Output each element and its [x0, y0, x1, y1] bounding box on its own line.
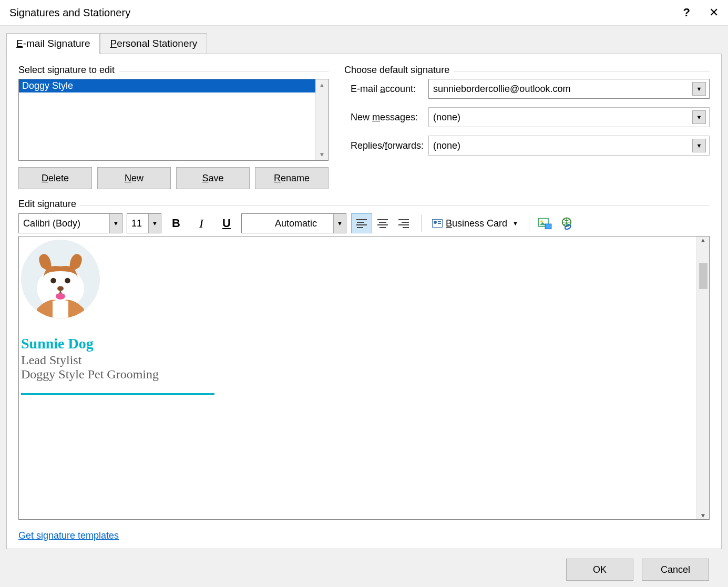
italic-button[interactable]: I: [191, 213, 212, 233]
underline-button[interactable]: U: [216, 213, 237, 233]
select-signature-group: Select signature to edit Doggy Style ▲ ▼: [18, 65, 329, 189]
upper-columns: Select signature to edit Doggy Style ▲ ▼: [18, 65, 710, 189]
business-card-icon: [432, 219, 443, 228]
divider: [119, 71, 329, 71]
edit-signature-label-row: Edit signature: [18, 199, 710, 210]
editor-toolbar: Calibri (Body) ▼ 11 ▼ B I U Automatic ▼: [18, 213, 710, 234]
business-card-button[interactable]: Business Card ▼: [428, 213, 522, 233]
align-center-button[interactable]: [372, 213, 393, 233]
replies-forwards-value: (none): [433, 140, 460, 151]
svg-point-4: [564, 224, 571, 230]
divider: [80, 205, 710, 205]
chevron-down-icon: ▼: [692, 110, 706, 124]
new-messages-value: (none): [433, 112, 460, 123]
select-signature-label: Select signature to edit: [18, 65, 115, 76]
signature-buttons: Delete New Save Rename: [18, 167, 329, 189]
replies-forwards-select[interactable]: (none) ▼: [428, 136, 710, 156]
dialog-root: Signatures and Stationery ? ✕ E-mail Sig…: [0, 0, 728, 587]
tab-email-signature[interactable]: E-mail Signature: [6, 33, 100, 54]
svg-point-12: [56, 293, 65, 300]
font-size-value: 11: [131, 218, 142, 229]
email-account-row: E-mail account: sunniebordercollie@outlo…: [344, 79, 710, 99]
toolbar-separator: [421, 215, 422, 232]
signature-list-items: Doggy Style: [19, 79, 315, 160]
chevron-down-icon: ▼: [333, 214, 346, 233]
align-right-button[interactable]: [393, 213, 414, 233]
help-icon[interactable]: ?: [683, 6, 690, 19]
insert-image-button[interactable]: [536, 214, 553, 232]
svg-rect-2: [545, 224, 551, 229]
chevron-down-icon: ▼: [109, 214, 122, 233]
new-messages-select[interactable]: (none) ▼: [428, 107, 710, 127]
signature-editor-content[interactable]: Sunnie Dog Lead Stylist Doggy Style Pet …: [19, 236, 696, 519]
dialog-title: Signatures and Stationery: [9, 7, 130, 19]
tab-personal-stationery[interactable]: Personal Stationery: [100, 33, 207, 54]
svg-point-11: [57, 286, 64, 291]
divider: [454, 71, 710, 71]
signature-item-selected[interactable]: Doggy Style: [19, 79, 315, 92]
signature-editor[interactable]: Sunnie Dog Lead Stylist Doggy Style Pet …: [18, 236, 710, 520]
new-messages-row: New messages: (none) ▼: [344, 107, 710, 127]
align-left-button[interactable]: [351, 213, 372, 233]
tab-strip: E-mail Signature Personal Stationery: [6, 33, 722, 54]
bold-button[interactable]: B: [166, 213, 187, 233]
chevron-down-icon: ▼: [692, 139, 706, 152]
edit-signature-label: Edit signature: [18, 199, 76, 210]
default-signature-label: Choose default signature: [344, 65, 449, 76]
signature-divider: [21, 393, 214, 395]
signature-job-title: Lead Stylist: [21, 353, 694, 367]
toolbar-separator: [529, 215, 529, 232]
scroll-up-icon[interactable]: ▲: [319, 81, 325, 89]
scroll-down-icon[interactable]: ▼: [319, 151, 325, 158]
replies-forwards-row: Replies/forwards: (none) ▼: [344, 136, 710, 156]
content-area: E-mail Signature Personal Stationery Sel…: [0, 25, 728, 587]
default-signature-label-row: Choose default signature: [344, 65, 710, 76]
get-signature-templates-link[interactable]: Get signature templates: [18, 530, 119, 541]
replies-forwards-label: Replies/forwards:: [344, 140, 428, 151]
titlebar-controls: ? ✕: [683, 6, 719, 19]
font-size-select[interactable]: 11 ▼: [127, 213, 161, 233]
font-color-value: Automatic: [275, 218, 317, 229]
tab-panel-email-signature: Select signature to edit Doggy Style ▲ ▼: [6, 54, 722, 549]
signature-company: Doggy Style Pet Grooming: [21, 367, 694, 382]
email-account-select[interactable]: sunniebordercollie@outlook.com ▼: [428, 79, 710, 99]
dialog-footer: OK Cancel: [6, 549, 722, 581]
signature-avatar: [21, 240, 100, 318]
ok-button[interactable]: OK: [566, 559, 633, 581]
edit-signature-group: Edit signature Calibri (Body) ▼ 11 ▼ B I…: [18, 199, 710, 541]
svg-point-9: [50, 278, 56, 284]
font-value: Calibri (Body): [23, 218, 80, 229]
scroll-down-icon[interactable]: ▼: [700, 512, 706, 519]
svg-point-10: [65, 278, 70, 284]
font-select[interactable]: Calibri (Body) ▼: [18, 213, 122, 233]
delete-button[interactable]: Delete: [18, 167, 92, 189]
chevron-down-icon: ▼: [148, 214, 161, 233]
select-signature-label-row: Select signature to edit: [18, 65, 329, 76]
editor-scrollbar[interactable]: ▲ ▼: [696, 236, 709, 519]
save-button[interactable]: Save: [176, 167, 250, 189]
insert-hyperlink-button[interactable]: [558, 214, 576, 232]
chevron-down-icon: ▼: [512, 220, 518, 226]
signature-listbox[interactable]: Doggy Style ▲ ▼: [18, 79, 329, 161]
cancel-button[interactable]: Cancel: [642, 559, 709, 581]
email-account-value: sunniebordercollie@outlook.com: [433, 84, 570, 95]
chevron-down-icon: ▼: [692, 82, 706, 96]
font-color-select[interactable]: Automatic ▼: [241, 213, 346, 233]
new-button[interactable]: New: [97, 167, 171, 189]
titlebar: Signatures and Stationery ? ✕: [0, 0, 728, 25]
svg-point-1: [540, 220, 543, 223]
scroll-up-icon[interactable]: ▲: [700, 236, 706, 244]
scrollbar-thumb[interactable]: [699, 263, 708, 289]
email-account-label: E-mail account:: [344, 84, 428, 95]
new-messages-label: New messages:: [344, 112, 428, 123]
close-icon[interactable]: ✕: [709, 6, 719, 19]
listbox-scrollbar[interactable]: ▲ ▼: [315, 79, 328, 160]
rename-button[interactable]: Rename: [255, 167, 329, 189]
signature-name: Sunnie Dog: [21, 335, 694, 352]
align-group: [351, 213, 415, 234]
default-signature-group: Choose default signature E-mail account:…: [344, 65, 710, 189]
